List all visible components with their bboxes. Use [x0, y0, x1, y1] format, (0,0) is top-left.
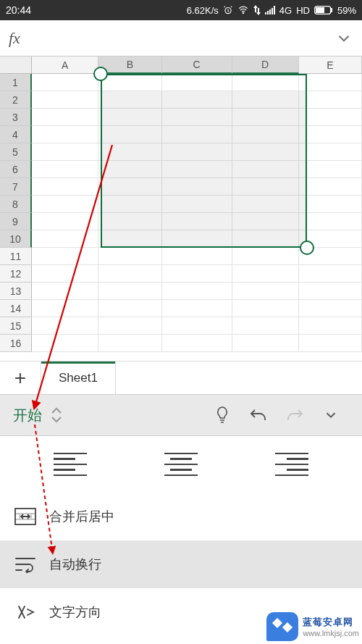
- column-header[interactable]: C: [162, 57, 232, 74]
- sheet-tab-active[interactable]: Sheet1: [41, 361, 116, 394]
- cell[interactable]: [299, 213, 362, 230]
- cell[interactable]: [32, 283, 98, 300]
- column-header[interactable]: D: [232, 57, 299, 74]
- cell[interactable]: [98, 335, 161, 352]
- row-header[interactable]: 15: [0, 317, 32, 335]
- selection-handle-br[interactable]: [300, 241, 314, 255]
- cell[interactable]: [162, 161, 232, 178]
- cell[interactable]: [162, 91, 232, 109]
- row-header[interactable]: 7: [0, 178, 32, 196]
- column-header[interactable]: A: [32, 57, 98, 74]
- cell[interactable]: [162, 248, 232, 265]
- column-header[interactable]: B: [98, 57, 161, 74]
- cell[interactable]: [98, 230, 161, 248]
- formula-bar[interactable]: fx: [0, 20, 362, 57]
- cell[interactable]: [32, 143, 98, 161]
- cell[interactable]: [32, 161, 98, 178]
- cell[interactable]: [232, 74, 299, 91]
- row-header[interactable]: 3: [0, 109, 32, 126]
- cell[interactable]: [232, 317, 299, 335]
- cell[interactable]: [299, 109, 362, 126]
- cell[interactable]: [32, 248, 98, 265]
- cell[interactable]: [98, 91, 161, 109]
- cell[interactable]: [232, 126, 299, 143]
- row-header[interactable]: 6: [0, 161, 32, 178]
- row-header[interactable]: 10: [0, 230, 32, 248]
- cell[interactable]: [162, 74, 232, 91]
- cell[interactable]: [32, 74, 98, 91]
- cell[interactable]: [232, 143, 299, 161]
- cell[interactable]: [32, 300, 98, 317]
- cell[interactable]: [98, 74, 161, 91]
- select-all-corner[interactable]: [0, 57, 32, 74]
- cell[interactable]: [32, 213, 98, 230]
- row-header[interactable]: 11: [0, 248, 32, 265]
- cell[interactable]: [232, 109, 299, 126]
- ribbon-tab-home[interactable]: 开始: [13, 406, 42, 425]
- cell[interactable]: [98, 143, 161, 161]
- cell[interactable]: [98, 283, 161, 300]
- add-sheet-button[interactable]: +: [0, 361, 41, 394]
- cell[interactable]: [162, 283, 232, 300]
- cell[interactable]: [98, 196, 161, 213]
- cell[interactable]: [162, 178, 232, 196]
- cell[interactable]: [98, 265, 161, 283]
- cell[interactable]: [232, 300, 299, 317]
- align-right-button[interactable]: [275, 453, 308, 477]
- cell[interactable]: [232, 335, 299, 352]
- cell[interactable]: [299, 91, 362, 109]
- cell[interactable]: [232, 196, 299, 213]
- row-header[interactable]: 16: [0, 335, 32, 352]
- cell[interactable]: [32, 265, 98, 283]
- cell[interactable]: [162, 265, 232, 283]
- cell[interactable]: [232, 283, 299, 300]
- cell[interactable]: [162, 126, 232, 143]
- row-header[interactable]: 5: [0, 143, 32, 161]
- cell[interactable]: [98, 178, 161, 196]
- cell[interactable]: [32, 335, 98, 352]
- cell[interactable]: [162, 109, 232, 126]
- merge-center-button[interactable]: 合并后居中: [0, 493, 362, 540]
- cell[interactable]: [232, 178, 299, 196]
- cell[interactable]: [32, 109, 98, 126]
- cell[interactable]: [299, 143, 362, 161]
- cell[interactable]: [162, 335, 232, 352]
- cell[interactable]: [299, 178, 362, 196]
- cell[interactable]: [232, 248, 299, 265]
- cell[interactable]: [98, 126, 161, 143]
- cell[interactable]: [162, 230, 232, 248]
- cell[interactable]: [299, 283, 362, 300]
- cell[interactable]: [32, 230, 98, 248]
- cell[interactable]: [232, 230, 299, 248]
- cell[interactable]: [232, 91, 299, 109]
- cell[interactable]: [299, 74, 362, 91]
- cell[interactable]: [299, 196, 362, 213]
- cell[interactable]: [32, 196, 98, 213]
- ribbon-collapse-button[interactable]: [313, 407, 349, 423]
- cell[interactable]: [299, 317, 362, 335]
- column-header[interactable]: E: [299, 57, 362, 74]
- selection-handle-tl[interactable]: [93, 67, 108, 81]
- row-header[interactable]: 9: [0, 213, 32, 230]
- spreadsheet-grid[interactable]: ABCDE 12345678910111213141516: [0, 57, 362, 361]
- row-header[interactable]: 2: [0, 91, 32, 109]
- ribbon-tab-switcher[interactable]: [51, 407, 62, 423]
- row-header[interactable]: 8: [0, 196, 32, 213]
- cell[interactable]: [299, 126, 362, 143]
- wrap-text-button[interactable]: 自动换行: [0, 540, 362, 588]
- cell[interactable]: [32, 126, 98, 143]
- cell[interactable]: [162, 317, 232, 335]
- undo-button[interactable]: [240, 407, 277, 423]
- cell[interactable]: [98, 317, 161, 335]
- cell[interactable]: [232, 265, 299, 283]
- cell[interactable]: [162, 143, 232, 161]
- row-header[interactable]: 14: [0, 300, 32, 317]
- cell[interactable]: [32, 91, 98, 109]
- cell[interactable]: [98, 109, 161, 126]
- align-left-button[interactable]: [54, 453, 87, 477]
- cell[interactable]: [162, 300, 232, 317]
- cell[interactable]: [299, 335, 362, 352]
- cell[interactable]: [98, 248, 161, 265]
- cell[interactable]: [32, 178, 98, 196]
- row-header[interactable]: 13: [0, 283, 32, 300]
